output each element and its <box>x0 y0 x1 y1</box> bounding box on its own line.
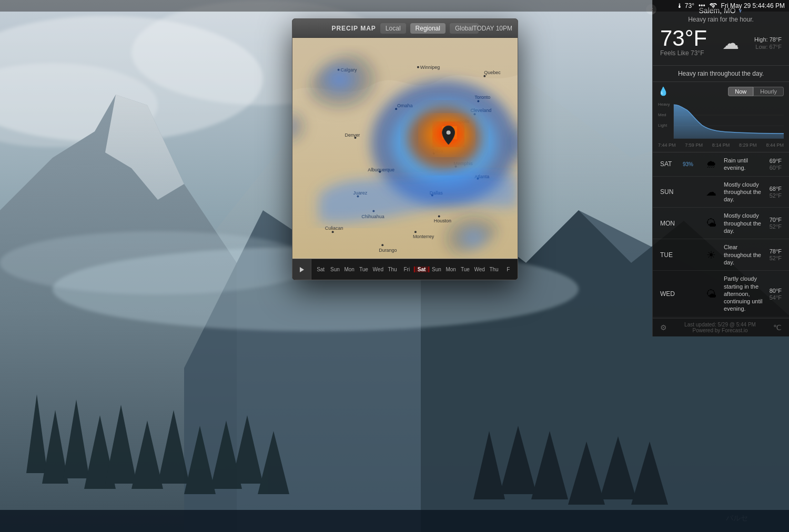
timeline-day[interactable]: Wed <box>371 267 385 272</box>
timeline-day[interactable]: Sat <box>313 267 328 272</box>
timeline-day[interactable]: F <box>501 267 515 272</box>
svg-point-63 <box>381 244 383 246</box>
forecast-low: 52°F <box>770 223 782 230</box>
forecast-high: 68°F <box>770 186 782 192</box>
timeline-labels: SatSunMonTueWedThuFriSatSunMonTueWedThuF <box>311 267 518 272</box>
current-description: Heavy rain for the hour. <box>660 16 782 23</box>
forecast-row: SAT 93% 🌧 Rain until evening. 69°F 60°F <box>653 152 789 177</box>
celsius-icon[interactable]: ℃ <box>773 323 782 332</box>
settings-icon[interactable]: ⚙ <box>660 323 667 332</box>
play-icon <box>300 267 304 272</box>
feels-like: Feels Like 73°F <box>660 49 707 57</box>
forecast-description: Clear throughout the day. <box>724 243 765 266</box>
svg-text:Durango: Durango <box>379 248 397 253</box>
forecast-description: Rain until evening. <box>724 157 765 172</box>
svg-point-79 <box>447 130 451 135</box>
chart-time-label: 7:59 PM <box>685 142 703 148</box>
last-updated: Last updated: 5/29 @ 5:44 PM <box>671 322 769 328</box>
svg-point-61 <box>332 231 334 233</box>
forecast-day-name: MON <box>660 220 679 227</box>
forecast-description: Mostly cloudy throughout the day. <box>724 181 765 203</box>
now-button[interactable]: Now <box>728 87 753 96</box>
forecast-day-name: TUE <box>660 251 679 259</box>
timeline-day[interactable]: Sun <box>328 267 342 272</box>
svg-text:Light: Light <box>658 123 667 128</box>
precip-map-window: PRECIP MAP Local Regional Global TODAY 1… <box>292 18 518 280</box>
forecast-row: SUN ☁ Mostly cloudy throughout the day. … <box>653 177 789 208</box>
timeline-day[interactable]: Thu <box>487 267 501 272</box>
timeline-day[interactable]: Fri <box>400 267 414 272</box>
temp-low: Low: 67°F <box>755 44 782 50</box>
temp-icon: 🌡 <box>676 2 683 9</box>
chart-time-label: 7:44 PM <box>658 142 676 148</box>
timeline-day[interactable]: Sun <box>429 267 443 272</box>
timeline-day[interactable]: Wed <box>472 267 487 272</box>
chart-time-label: 8:14 PM <box>712 142 730 148</box>
precip-time-label: TODAY 10PM <box>473 25 512 32</box>
timeline-bar: SatSunMonTueWedThuFriSatSunMonTueWedThuF <box>292 259 518 280</box>
svg-text:Med: Med <box>658 112 666 117</box>
footer-text: Last updated: 5/29 @ 5:44 PM Powered by … <box>671 322 769 333</box>
svg-rect-29 <box>0 510 789 532</box>
precip-chart-section: 💧 Now Hourly Heavy Med Light <box>653 82 789 152</box>
menubar-wifi <box>710 3 717 9</box>
svg-text:Quebec: Quebec <box>484 70 501 75</box>
play-button[interactable] <box>292 259 311 280</box>
svg-point-33 <box>417 66 419 68</box>
menubar-temp: 🌡 73° <box>676 2 694 9</box>
svg-text:Culiacan: Culiacan <box>325 226 343 231</box>
hourly-button[interactable]: Hourly <box>753 87 784 96</box>
forecast-low: 52°F <box>770 192 782 199</box>
panel-footer: ⚙ Last updated: 5/29 @ 5:44 PM Powered b… <box>653 318 789 336</box>
timeline-day[interactable]: Sat <box>414 267 429 272</box>
forecast-container: SAT 93% 🌧 Rain until evening. 69°F 60°F … <box>653 152 789 318</box>
chart-time-label: 8:29 PM <box>739 142 757 148</box>
timeline-day[interactable]: Mon <box>444 267 458 272</box>
forecast-row: WED 🌤 Partly cloudy starting in the afte… <box>653 271 789 317</box>
forecast-weather-icon: 🌤 <box>703 217 720 229</box>
forecast-low: 54°F <box>770 294 782 301</box>
menubar-dots: ••• <box>699 2 705 9</box>
forecast-description: Mostly cloudy throughout the day. <box>724 212 765 234</box>
forecast-high: 69°F <box>770 158 782 164</box>
forecast-weather-icon: 🌧 <box>703 158 720 170</box>
forecast-weather-icon: ☀ <box>703 249 720 261</box>
timeline-day[interactable]: Mon <box>342 267 357 272</box>
precip-map-area[interactable]: Calgary Winnipeg Quebec Toronto Clevelan… <box>292 38 518 259</box>
forecast-row: TUE ☀ Clear throughout the day. 78°F 52°… <box>653 239 789 271</box>
svg-point-35 <box>483 75 485 77</box>
weather-panel: Salem, MO ▼ Heavy rain for the hour. 73°… <box>652 0 789 336</box>
forecast-weather-icon: ☁ <box>703 186 720 198</box>
powered-by: Powered by Forecast.io <box>671 328 769 333</box>
rain-icon: 💧 <box>658 86 669 96</box>
temp-high: High: 78°F <box>754 36 782 43</box>
forecast-day-name: SAT <box>660 160 679 168</box>
precip-tab-local[interactable]: Local <box>380 23 406 34</box>
precip-map-title: PRECIP MAP <box>331 25 376 32</box>
forecast-weather-icon: 🌤 <box>703 288 720 300</box>
weather-cloud-icon: ☁ <box>722 33 739 53</box>
forecast-day-name: SUN <box>660 188 679 196</box>
timeline-day[interactable]: Tue <box>458 267 472 272</box>
timeline-day[interactable]: Tue <box>357 267 371 272</box>
forecast-low: 52°F <box>770 255 782 261</box>
svg-text:Winnipeg: Winnipeg <box>420 65 440 70</box>
timeline-day[interactable]: Thu <box>385 267 399 272</box>
chart-time-labels: 7:44 PM7:59 PM8:14 PM8:29 PM8:44 PM <box>658 142 784 148</box>
forecast-high: 78°F <box>770 248 782 254</box>
current-temperature: 73°F <box>660 27 707 49</box>
forecast-day-name: WED <box>660 290 679 298</box>
svg-point-10 <box>0 231 316 294</box>
forecast-high: 80°F <box>770 288 782 294</box>
forecast-high: 70°F <box>770 217 782 223</box>
forecast-description: Partly cloudy starting in the afternoon,… <box>724 275 765 312</box>
svg-text:Heavy: Heavy <box>658 102 670 107</box>
chart-time-label: 8:44 PM <box>766 142 784 148</box>
day-summary: Heavy rain throughout the day. <box>653 66 789 82</box>
precipitation-chart: Heavy Med Light <box>658 99 784 141</box>
menubar-datetime: Fri May 29 5:44:46 PM <box>721 2 785 9</box>
precip-tab-regional[interactable]: Regional <box>410 23 446 34</box>
precip-titlebar: PRECIP MAP Local Regional Global TODAY 1… <box>292 19 518 38</box>
now-hourly-toggle: Now Hourly <box>728 87 784 96</box>
forecast-row: MON 🌤 Mostly cloudy throughout the day. … <box>653 208 789 239</box>
